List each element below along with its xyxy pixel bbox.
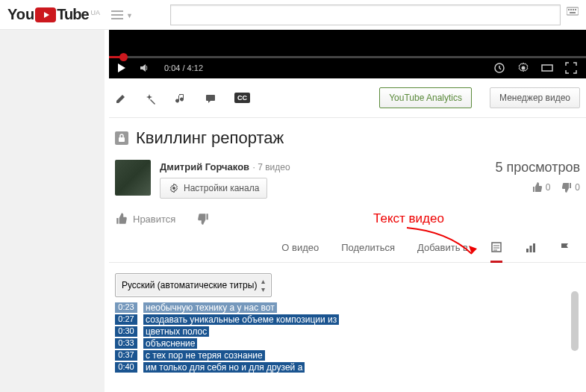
privacy-icon — [115, 131, 128, 145]
svg-rect-19 — [526, 249, 529, 252]
settings-icon[interactable] — [517, 62, 529, 74]
tab-report[interactable] — [559, 241, 571, 261]
transcript-text: создавать уникальные объеме композиции и… — [143, 314, 339, 325]
svg-rect-4 — [568, 9, 570, 10]
updown-icon: ▴▾ — [261, 277, 265, 293]
dislike-button[interactable] — [196, 212, 210, 225]
logo-tube: Tube — [57, 6, 88, 23]
svg-rect-12 — [206, 95, 215, 101]
channel-name[interactable]: Дмитрий Горчаков — [160, 161, 249, 172]
transcript-text: необычную технику а у нас вот — [143, 302, 277, 313]
channel-video-count: · 7 видео — [253, 162, 290, 172]
audio-icon[interactable] — [175, 91, 187, 105]
theater-icon[interactable] — [541, 62, 553, 74]
time-display: 0:04 / 4:12 — [164, 63, 203, 72]
transcript-text: объяснение — [143, 338, 197, 349]
svg-rect-6 — [573, 9, 574, 10]
view-count: 5 просмотров — [495, 160, 580, 175]
logo-you: You — [7, 6, 34, 23]
transcript-text: с тех пор не теряя сознание — [143, 350, 265, 361]
transcript-icon — [490, 241, 502, 253]
search-input[interactable] — [170, 4, 561, 25]
transcript-line[interactable]: 0:33объяснение — [115, 337, 580, 349]
fullscreen-icon[interactable] — [565, 62, 577, 74]
keyboard-icon[interactable] — [567, 4, 579, 25]
transcript-timestamp: 0:27 — [115, 314, 137, 325]
tab-share[interactable]: Поделиться — [341, 242, 395, 261]
flag-icon — [559, 242, 571, 254]
svg-rect-0 — [111, 10, 123, 12]
language-label: Русский (автоматические титры) — [122, 280, 257, 290]
video-player[interactable]: 0:04 / 4:12 — [109, 30, 586, 78]
like-label: Нравится — [133, 214, 175, 225]
thumbs-down-icon — [561, 181, 573, 193]
edit-icon[interactable] — [115, 91, 127, 105]
watch-later-icon[interactable] — [493, 62, 505, 74]
transcript-line[interactable]: 0:37с тех пор не теряя сознание — [115, 349, 580, 361]
video-title: Квиллинг репортаж — [136, 128, 284, 148]
enhance-icon[interactable] — [145, 91, 157, 105]
thumbs-down-icon — [196, 212, 210, 225]
dislike-count: 0 — [561, 181, 580, 193]
volume-icon[interactable] — [139, 62, 151, 74]
guide-menu-button[interactable]: ▼ — [111, 8, 133, 21]
stats-icon — [525, 242, 537, 254]
svg-rect-2 — [111, 18, 123, 19]
annotations-icon[interactable] — [205, 91, 216, 105]
like-button[interactable]: Нравится — [115, 212, 175, 225]
svg-point-14 — [172, 187, 175, 190]
transcript-line[interactable]: 0:40им только для себя но и для друзей а — [115, 361, 580, 373]
youtube-logo[interactable]: You Tube UA — [7, 6, 100, 23]
transcript-timestamp: 0:33 — [115, 338, 137, 349]
channel-avatar[interactable] — [115, 160, 151, 196]
scrollbar-thumb[interactable] — [571, 291, 579, 351]
transcript-list: 0:23необычную технику а у нас вот0:27соз… — [115, 302, 580, 373]
transcript-timestamp: 0:40 — [115, 362, 137, 373]
gear-icon — [168, 182, 180, 194]
transcript-timestamp: 0:30 — [115, 326, 137, 337]
transcript-line[interactable]: 0:30цветных полос — [115, 326, 580, 337]
analytics-button[interactable]: YouTube Analytics — [379, 87, 472, 108]
channel-settings-button[interactable]: Настройки канала — [160, 178, 267, 199]
svg-rect-21 — [533, 243, 535, 252]
tab-stats[interactable] — [525, 241, 537, 261]
sidebar — [0, 30, 105, 392]
transcript-line[interactable]: 0:23необычную технику а у нас вот — [115, 302, 580, 314]
transcript-text: цветных полос — [143, 326, 209, 337]
svg-rect-7 — [575, 9, 576, 10]
svg-rect-8 — [570, 12, 576, 13]
captions-icon[interactable]: CC — [234, 93, 250, 103]
thumbs-up-icon — [532, 181, 543, 193]
play-button[interactable] — [118, 63, 125, 72]
logo-region: UA — [91, 9, 101, 16]
video-manager-button[interactable]: Менеджер видео — [490, 87, 580, 108]
annotation-label: Текст видео — [373, 211, 444, 226]
like-count: 0 — [532, 181, 551, 193]
transcript-line[interactable]: 0:27создавать уникальные объеме композиц… — [115, 314, 580, 326]
tab-transcript[interactable] — [490, 240, 502, 263]
svg-point-10 — [522, 66, 526, 70]
transcript-timestamp: 0:37 — [115, 350, 137, 361]
svg-rect-1 — [111, 14, 123, 16]
logo-play-icon — [35, 7, 56, 22]
thumbs-up-icon — [115, 212, 128, 225]
tab-add-to[interactable]: Добавить в — [417, 242, 468, 261]
svg-rect-11 — [542, 65, 552, 71]
transcript-language-select[interactable]: Русский (автоматические титры) ▴▾ — [115, 273, 272, 297]
svg-rect-13 — [119, 137, 125, 142]
svg-rect-5 — [570, 9, 572, 10]
tab-about[interactable]: О видео — [281, 242, 319, 261]
svg-rect-20 — [530, 246, 532, 252]
transcript-text: им только для себя но и для друзей а — [143, 362, 305, 373]
transcript-timestamp: 0:23 — [115, 302, 137, 313]
svg-rect-3 — [567, 7, 579, 15]
